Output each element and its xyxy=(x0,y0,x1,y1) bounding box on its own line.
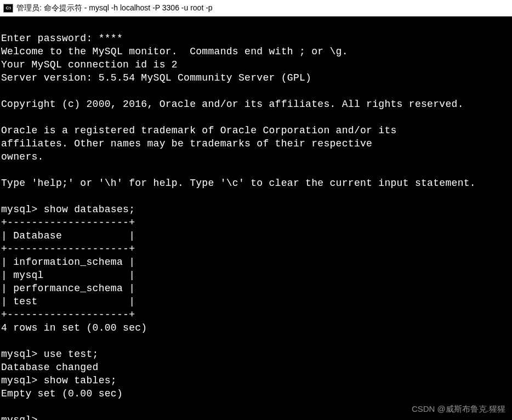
terminal-line: Type 'help;' or '\h' for help. Type '\c'… xyxy=(1,178,476,189)
terminal-line: Your MySQL connection id is 2 xyxy=(1,59,178,70)
terminal-line: Oracle is a registered trademark of Orac… xyxy=(1,125,397,136)
terminal-line: 4 rows in set (0.00 sec) xyxy=(1,322,147,333)
terminal-line: +--------------------+ xyxy=(1,309,135,320)
terminal-line: | performance_schema | xyxy=(1,283,135,294)
terminal-line: mysql> show databases; xyxy=(1,204,135,215)
terminal-line: affiliates. Other names may be trademark… xyxy=(1,138,372,149)
titlebar[interactable]: C:\ 管理员: 命令提示符 - mysql -h localhost -P 3… xyxy=(0,0,512,16)
terminal-line: Welcome to the MySQL monitor. Commands e… xyxy=(1,46,348,57)
terminal-line: +--------------------+ xyxy=(1,243,135,254)
terminal-line: mysql> use test; xyxy=(1,349,99,360)
command-prompt-window: C:\ 管理员: 命令提示符 - mysql -h localhost -P 3… xyxy=(0,0,512,420)
terminal-line: Empty set (0.00 sec) xyxy=(1,388,123,399)
terminal-line: Enter password: **** xyxy=(1,33,123,44)
terminal-line: Database changed xyxy=(1,362,99,373)
terminal-line: | information_schema | xyxy=(1,257,135,268)
terminal-line: Server version: 5.5.54 MySQL Community S… xyxy=(1,72,311,83)
terminal-line: | test | xyxy=(1,296,135,307)
terminal-line: mysql> show tables; xyxy=(1,375,117,386)
terminal-line: Copyright (c) 2000, 2016, Oracle and/or … xyxy=(1,99,464,110)
window-title: 管理员: 命令提示符 - mysql -h localhost -P 3306 … xyxy=(16,3,213,13)
terminal-output[interactable]: Enter password: **** Welcome to the MySQ… xyxy=(0,16,512,420)
terminal-line: +--------------------+ xyxy=(1,217,135,228)
cmd-icon: C:\ xyxy=(3,4,13,13)
terminal-line: owners. xyxy=(1,151,44,162)
terminal-line: | Database | xyxy=(1,230,135,241)
watermark: CSDN @威斯布鲁克.猩猩 xyxy=(412,402,505,416)
terminal-line: mysql> xyxy=(1,415,38,420)
terminal-line: | mysql | xyxy=(1,270,135,281)
